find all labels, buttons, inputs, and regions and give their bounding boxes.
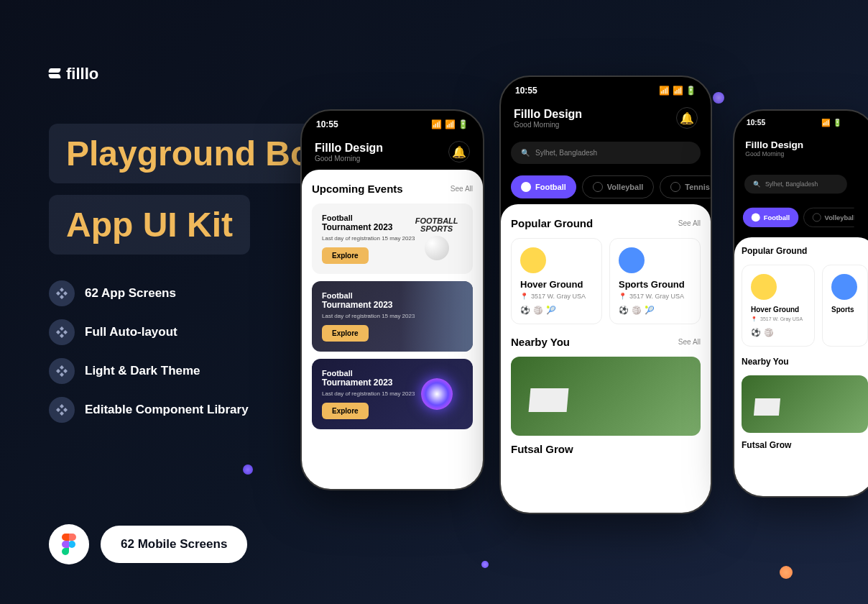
sport-chips: Football Volleyball Tennis: [501, 170, 711, 204]
feature-label: Full Auto-layout: [85, 325, 177, 339]
app-header: Filllo Design Good Morning: [734, 134, 854, 164]
decorative-dot: [481, 561, 489, 568]
status-time: 10:55: [747, 118, 765, 127]
phone-mockup-1: 10:55 📶 📶 🔋 Filllo Design Good Morning 🔔…: [300, 109, 484, 490]
pin-icon: 📍: [619, 293, 627, 300]
feature-item: Editable Component Library: [49, 397, 249, 423]
chip-football[interactable]: Football: [511, 175, 576, 198]
section-title: Popular Ground: [511, 217, 593, 229]
ground-card[interactable]: Hover Ground 📍3517 W. Gray USA ⚽🏐🎾: [511, 238, 602, 324]
app-subtitle: Good Morning: [745, 151, 803, 157]
ground-icon: [619, 247, 645, 273]
chip-volleyball[interactable]: Volleyball: [582, 175, 655, 198]
notch: [573, 84, 638, 101]
feature-item: Full Auto-layout: [49, 319, 249, 345]
address: 📍3517 W. Gray USA: [520, 293, 593, 300]
app-subtitle: Good Morning: [514, 121, 582, 129]
phone-mockup-2: 10:55 📶 📶 🔋 Filllo Design Good Morning 🔔…: [499, 76, 712, 514]
brand-logo: filllo: [49, 65, 98, 83]
explore-button[interactable]: Explore: [322, 325, 369, 342]
pin-icon: 📍: [751, 316, 757, 322]
section-title: Nearby You: [742, 357, 789, 367]
diamond-icon: [49, 319, 75, 345]
see-all-link[interactable]: See All: [451, 185, 473, 193]
feature-item: 62 App Screens: [49, 280, 249, 306]
chip-volleyball[interactable]: Volleyball: [803, 208, 854, 227]
ground-icon: [751, 274, 777, 300]
bottom-pills: 62 Mobile Screens: [49, 524, 247, 564]
headline-line-2: App UI Kit: [49, 195, 250, 255]
section-title: Upcoming Events: [312, 183, 403, 195]
status-icons: 📶 📶 🔋: [431, 119, 468, 129]
figma-icon: [49, 524, 89, 564]
search-text: Sylhet, Bangladesh: [765, 181, 818, 188]
app-title: Filllo Design: [315, 142, 383, 155]
ground-card[interactable]: Sports: [822, 265, 868, 347]
search-icon: 🔍: [521, 149, 530, 157]
sport-chips: Football Volleyball: [734, 203, 854, 232]
pin-icon: 📍: [520, 293, 528, 300]
features-list: 62 App Screens Full Auto-layout Light & …: [49, 280, 249, 423]
search-text: Sylhet, Bangladesh: [535, 149, 597, 157]
phone-mockup-3: 10:55 📶 🔋 Filllo Design Good Morning 🔍 S…: [733, 109, 868, 498]
decorative-dot: [243, 465, 253, 475]
svg-point-0: [68, 541, 75, 548]
app-header: Filllo Design Good Morning 🔔: [302, 134, 483, 170]
ground-icon: [831, 274, 857, 300]
status-icons: 📶 🔋: [821, 118, 841, 127]
status-time: 10:55: [515, 86, 537, 96]
feature-label: Light & Dark Theme: [85, 364, 200, 378]
soccer-ball-icon: [425, 236, 449, 260]
address: 📍3517 W. Gray USA: [619, 293, 691, 300]
brand-name: filllo: [66, 65, 98, 83]
ground-card[interactable]: Sports Ground 📍3517 W. Gray USA ⚽🏐🎾: [609, 238, 701, 324]
sport-icons: ⚽🏐🎾: [520, 306, 593, 315]
diamond-icon: [49, 397, 75, 423]
chip-football[interactable]: Football: [743, 208, 798, 227]
nearby-title: Futsal Grow: [511, 443, 701, 455]
football-sports-badge: FOOTBALL SPORTS: [400, 217, 473, 233]
nearby-image[interactable]: [511, 357, 701, 436]
screens-pill: 62 Mobile Screens: [101, 526, 247, 563]
address: 📍3517 W. Gray USA: [751, 316, 805, 322]
sport-icons: ⚽🏐: [751, 328, 805, 337]
feature-item: Light & Dark Theme: [49, 358, 249, 384]
location-search[interactable]: 🔍 Sylhet, Bangladesh: [511, 142, 701, 164]
feature-label: Editable Component Library: [85, 403, 249, 417]
event-card[interactable]: Football Tournament 2023 Last day of reg…: [312, 203, 473, 274]
ground-card[interactable]: Hover Ground 📍3517 W. Gray USA ⚽🏐: [742, 265, 815, 347]
section-title: Popular Ground: [742, 246, 807, 256]
location-search[interactable]: 🔍 Sylhet, Bangladesh: [744, 175, 847, 193]
app-subtitle: Good Morning: [315, 155, 383, 163]
decorative-dot: [713, 92, 724, 104]
see-all-link[interactable]: See All: [678, 338, 701, 346]
explore-button[interactable]: Explore: [322, 247, 369, 264]
sport-icons: ⚽🏐🎾: [619, 306, 691, 315]
status-icons: 📶 📶 🔋: [659, 86, 696, 96]
event-card[interactable]: Football Tournament 2023 Last day of reg…: [312, 359, 473, 429]
app-title: Filllo Design: [745, 140, 803, 151]
decorative-dot: [780, 566, 793, 579]
section-title: Nearby You: [511, 336, 570, 348]
bell-icon[interactable]: 🔔: [676, 107, 698, 129]
chip-tennis[interactable]: Tennis: [660, 175, 711, 198]
ground-icon: [520, 247, 546, 273]
diamond-icon: [49, 280, 75, 306]
app-title: Filllo Design: [514, 108, 582, 121]
see-all-link[interactable]: See All: [678, 219, 701, 227]
search-icon: 🔍: [753, 181, 760, 188]
nearby-title: Futsal Grow: [742, 440, 868, 450]
feature-label: 62 App Screens: [85, 286, 176, 301]
bell-icon[interactable]: 🔔: [448, 141, 470, 163]
notch: [360, 118, 425, 135]
nearby-image[interactable]: [742, 375, 868, 433]
logo-icon: [49, 68, 60, 80]
status-bar: 10:55 📶 🔋: [734, 111, 854, 130]
status-time: 10:55: [316, 119, 338, 129]
explore-button[interactable]: Explore: [322, 403, 369, 419]
app-header: Filllo Design Good Morning 🔔: [501, 100, 711, 136]
event-card[interactable]: Football Tournament 2023 Last day of reg…: [312, 281, 473, 352]
diamond-icon: [49, 358, 75, 384]
